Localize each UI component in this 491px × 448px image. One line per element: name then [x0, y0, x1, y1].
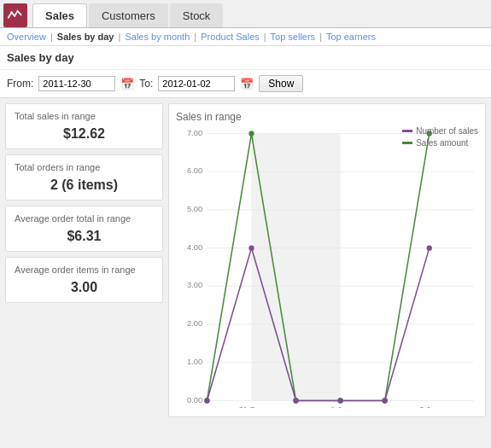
page-title: Sales by day: [0, 46, 491, 70]
legend-item-amount: Sales amount: [402, 138, 478, 148]
chart-dot-purple-0: [204, 398, 209, 403]
chart-dot-purple-5: [427, 245, 432, 250]
stat-total-sales-label: Total sales in range: [15, 111, 154, 121]
svg-text:2 Jan: 2 Jan: [419, 404, 439, 408]
stat-card-avg-order-total: Average order total in range $6.31: [5, 206, 163, 252]
chart-dot-purple-4: [383, 398, 388, 403]
stat-card-total-sales: Total sales in range $12.62: [5, 103, 163, 149]
chart-dot-purple-1: [248, 245, 254, 250]
svg-text:3.00: 3.00: [187, 280, 202, 289]
main-content: Total sales in range $12.62 Total orders…: [0, 98, 491, 422]
svg-text:0.00: 0.00: [187, 395, 202, 404]
chart-area: Number of sales Sales amount 7.00 6.00 5…: [176, 126, 478, 408]
show-button[interactable]: Show: [259, 75, 303, 92]
logo-icon: [8, 9, 23, 21]
legend-label-amount: Sales amount: [416, 138, 468, 148]
subnav-sales-by-month[interactable]: Sales by month: [125, 32, 190, 42]
svg-text:1 Jan: 1 Jan: [330, 404, 350, 408]
svg-text:2.00: 2.00: [187, 318, 202, 328]
legend-color-purple: [402, 130, 412, 132]
chart-svg: 7.00 6.00 5.00 4.00 3.00 2.00 1.00 0.00: [176, 126, 478, 408]
svg-rect-17: [252, 134, 341, 401]
from-calendar-icon[interactable]: 📅: [120, 78, 134, 90]
svg-text:1.00: 1.00: [187, 357, 202, 366]
chart-dot-purple-3: [337, 398, 342, 403]
from-date-input[interactable]: [38, 76, 115, 91]
stat-total-orders-label: Total orders in range: [15, 162, 154, 172]
svg-text:6.00: 6.00: [187, 166, 202, 175]
chart-title: Sales in range: [176, 111, 478, 123]
svg-text:5.00: 5.00: [187, 204, 202, 213]
stat-avg-order-total-value: $6.31: [15, 229, 154, 244]
subnav-top-sellers[interactable]: Top sellers: [271, 32, 316, 42]
app-logo: [3, 3, 27, 27]
date-range-bar: From: 📅 To: 📅 Show: [0, 70, 491, 98]
stat-card-total-orders: Total orders in range 2 (6 items): [5, 154, 163, 201]
stat-avg-order-items-label: Average order items in range: [15, 265, 154, 275]
svg-text:4.00: 4.00: [187, 242, 202, 252]
tab-stock[interactable]: Stock: [170, 3, 224, 27]
stat-avg-order-items-value: 3.00: [15, 280, 154, 295]
stat-total-sales-value: $12.62: [15, 126, 154, 142]
subnav: Overview | Sales by day | Sales by month…: [0, 28, 491, 46]
tab-bar: Sales Customers Stock: [0, 0, 491, 28]
chart-dot-purple-2: [293, 398, 298, 403]
legend-color-green: [402, 142, 412, 144]
chart-panel: Sales in range Number of sales Sales amo…: [168, 103, 486, 417]
legend-label-number: Number of sales: [416, 126, 478, 136]
subnav-product-sales[interactable]: Product Sales: [201, 32, 259, 42]
stats-panel: Total sales in range $12.62 Total orders…: [5, 103, 163, 417]
svg-text:7.00: 7.00: [187, 128, 202, 137]
to-calendar-icon[interactable]: 📅: [240, 78, 254, 90]
tab-customers[interactable]: Customers: [89, 3, 168, 27]
stat-card-avg-order-items: Average order items in range 3.00: [5, 257, 163, 303]
subnav-top-earners[interactable]: Top earners: [326, 32, 376, 42]
svg-point-0: [10, 11, 13, 14]
chart-legend: Number of sales Sales amount: [402, 126, 478, 148]
stat-total-orders-value: 2 (6 items): [15, 177, 154, 193]
subnav-sales-by-day[interactable]: Sales by day: [57, 32, 114, 42]
from-label: From:: [7, 78, 33, 90]
chart-dot-green-1: [248, 131, 254, 136]
tab-sales[interactable]: Sales: [32, 3, 87, 27]
to-date-input[interactable]: [158, 76, 235, 91]
stat-avg-order-total-label: Average order total in range: [15, 213, 154, 224]
subnav-overview[interactable]: Overview: [7, 32, 46, 42]
to-label: To:: [139, 78, 153, 90]
svg-text:31 Dec: 31 Dec: [239, 404, 265, 408]
legend-item-number: Number of sales: [402, 126, 478, 136]
